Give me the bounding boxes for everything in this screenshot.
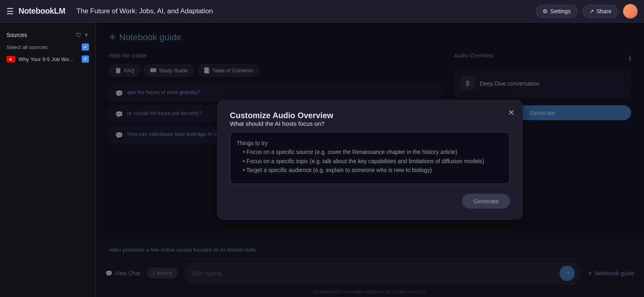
select-all-row[interactable]: Select all sources: [0, 41, 95, 53]
sources-heading: Sources: [6, 32, 73, 38]
modal-close-button[interactable]: ✕: [508, 108, 515, 117]
source-item-checkbox[interactable]: [82, 55, 89, 63]
modal-footer: Generate: [230, 194, 510, 209]
settings-icon: ⚙: [543, 8, 548, 14]
share-icon: ↗: [589, 8, 594, 14]
add-source-button[interactable]: +: [84, 31, 89, 39]
share-label: Share: [597, 8, 611, 14]
sources-shield-icon: 🛡: [76, 32, 81, 38]
customize-audio-modal: Customize Audio Overview ✕ What should t…: [217, 100, 523, 220]
modal-question-label: What should the AI hosts focus on?: [230, 120, 510, 127]
sidebar: Sources 🛡 + Select all sources Why Your …: [0, 23, 96, 297]
modal-title: Customize Audio Overview: [230, 111, 333, 120]
select-all-label: Select all sources: [6, 44, 79, 50]
settings-label: Settings: [550, 8, 571, 14]
select-all-checkbox[interactable]: [82, 43, 89, 51]
menu-icon[interactable]: ☰: [6, 6, 14, 16]
modal-textarea[interactable]: [230, 132, 510, 184]
share-button[interactable]: ↗ Share: [582, 5, 618, 18]
app-logo: NotebookLM: [19, 6, 65, 16]
document-title: The Future of Work: Jobs, AI, and Adapta…: [76, 7, 531, 15]
main-layout: Sources 🛡 + Select all sources Why Your …: [0, 23, 644, 297]
settings-button[interactable]: ⚙ Settings: [536, 5, 578, 18]
modal-generate-button[interactable]: Generate: [462, 194, 510, 209]
modal-overlay[interactable]: Customize Audio Overview ✕ What should t…: [96, 23, 644, 297]
user-avatar[interactable]: [623, 4, 638, 18]
list-item[interactable]: Why Your 9-5 Job Wo...: [0, 53, 95, 65]
content-area: ✳ Notebook guide Help me create 📋 FAQ 📖 …: [96, 23, 644, 297]
sources-header-row: Sources 🛡 +: [0, 29, 95, 41]
youtube-icon: [6, 56, 15, 62]
header: ☰ NotebookLM The Future of Work: Jobs, A…: [0, 0, 644, 23]
header-actions: ⚙ Settings ↗ Share: [536, 4, 638, 18]
source-item-label: Why Your 9-5 Job Wo...: [19, 56, 78, 62]
